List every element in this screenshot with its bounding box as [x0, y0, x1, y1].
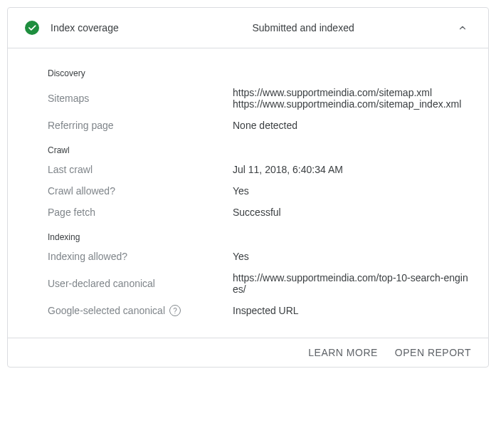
referring-label: Referring page: [48, 120, 233, 131]
user-canonical-value: https://www.supportmeindia.com/top-10-se…: [233, 272, 471, 295]
crawl-allowed-label: Crawl allowed?: [48, 185, 233, 197]
indexing-heading: Indexing: [48, 232, 471, 242]
last-crawl-row: Last crawl Jul 11, 2018, 6:40:34 AM: [48, 164, 471, 175]
sitemap-line-2: https://www.supportmeindia.com/sitemap_i…: [233, 98, 471, 110]
card-footer: LEARN MORE OPEN REPORT: [8, 338, 488, 367]
discovery-heading: Discovery: [48, 68, 471, 78]
learn-more-button[interactable]: LEARN MORE: [308, 347, 378, 358]
indexing-allowed-row: Indexing allowed? Yes: [48, 251, 471, 262]
card-header[interactable]: Index coverage Submitted and indexed: [8, 8, 488, 48]
referring-row: Referring page None detected: [48, 120, 471, 131]
google-canonical-row: Google-selected canonical ? Inspected UR…: [48, 305, 471, 316]
page-fetch-label: Page fetch: [48, 207, 233, 218]
checkmark-icon: [25, 21, 39, 35]
google-canonical-label-text: Google-selected canonical: [48, 305, 165, 316]
card-content: Discovery Sitemaps https://www.supportme…: [8, 48, 488, 338]
open-report-button[interactable]: OPEN REPORT: [395, 347, 471, 358]
user-canonical-row: User-declared canonical https://www.supp…: [48, 272, 471, 295]
sitemaps-value: https://www.supportmeindia.com/sitemap.x…: [233, 87, 471, 110]
crawl-allowed-value: Yes: [233, 185, 471, 197]
sitemaps-label: Sitemaps: [48, 87, 233, 110]
last-crawl-value: Jul 11, 2018, 6:40:34 AM: [233, 164, 471, 175]
crawl-heading: Crawl: [48, 145, 471, 155]
referring-value: None detected: [233, 120, 471, 131]
indexing-allowed-label: Indexing allowed?: [48, 251, 233, 262]
sitemap-line-1: https://www.supportmeindia.com/sitemap.x…: [233, 87, 471, 98]
page-fetch-row: Page fetch Successful: [48, 207, 471, 218]
indexing-allowed-value: Yes: [233, 251, 471, 262]
index-coverage-card: Index coverage Submitted and indexed Dis…: [7, 7, 489, 368]
user-canonical-label: User-declared canonical: [48, 272, 233, 295]
crawl-allowed-row: Crawl allowed? Yes: [48, 185, 471, 197]
google-canonical-value: Inspected URL: [233, 305, 471, 316]
chevron-up-icon[interactable]: [454, 19, 471, 36]
header-status: Submitted and indexed: [253, 22, 455, 33]
sitemaps-row: Sitemaps https://www.supportmeindia.com/…: [48, 87, 471, 110]
header-title: Index coverage: [51, 22, 253, 33]
google-canonical-label: Google-selected canonical ?: [48, 305, 233, 316]
page-fetch-value: Successful: [233, 207, 471, 218]
last-crawl-label: Last crawl: [48, 164, 233, 175]
help-icon[interactable]: ?: [169, 305, 181, 316]
